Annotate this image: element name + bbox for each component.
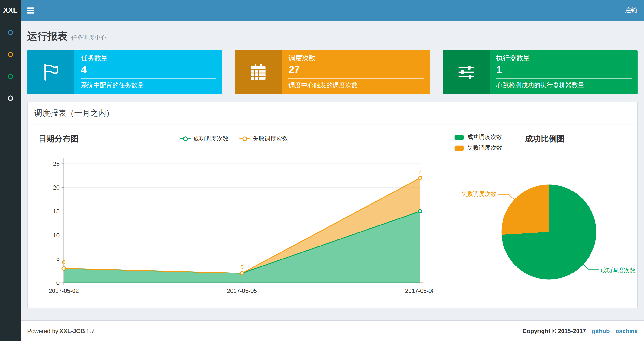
oschina-link[interactable]: oschina: [616, 327, 638, 334]
svg-text:25: 25: [53, 160, 60, 167]
hamburger-icon: [27, 8, 34, 13]
legend-item-success[interactable]: 成功调度次数: [454, 133, 502, 141]
divider: [81, 78, 216, 79]
panel-body: 日期分布图 成功调度次数 失败调度次数 0510152: [28, 125, 637, 308]
pie-chart-header: 成功调度次数 失败调度次数 成功比例图: [434, 131, 631, 152]
pie-leader-fail: [498, 194, 514, 200]
powered-by: Powered byXXL-JOB1.7: [27, 327, 94, 334]
svg-text:2017-05-05: 2017-05-05: [227, 287, 257, 294]
flag-icon: [27, 50, 74, 94]
menu-toggle-button[interactable]: [21, 0, 40, 21]
stat-description: 系统中配置的任务数量: [81, 81, 216, 89]
pie-series-marker-icon: [454, 135, 464, 140]
circle-outline-icon: [8, 96, 13, 101]
legend-label: 失败调度次数: [253, 135, 288, 143]
sidebar-item-1[interactable]: [0, 22, 21, 44]
scheduler-report-panel: 调度报表（一月之内） 日期分布图 成功调度次数 失败调: [27, 102, 638, 308]
sidebar-item-4[interactable]: [0, 87, 21, 109]
line-plot: 05101520252017-05-022017-05-052017-05-08…: [34, 149, 433, 297]
svg-text:0: 0: [62, 259, 66, 265]
flag-glyph: [41, 63, 60, 82]
line-chart-title: 日期分布图: [38, 133, 78, 144]
stat-box-triggers: 调度次数 27 调度中心触发的调度次数: [235, 50, 430, 94]
stat-label: 执行器数量: [496, 54, 632, 63]
svg-text:15: 15: [53, 208, 60, 215]
circle-outline-icon: [8, 30, 13, 35]
line-series-marker-icon: [180, 138, 191, 139]
legend-item-success[interactable]: 成功调度次数: [180, 135, 228, 143]
stat-body: 任务数量 4 系统中配置的任务数量: [74, 50, 222, 94]
stat-value: 4: [81, 64, 216, 76]
svg-text:20: 20: [53, 184, 60, 191]
stat-description: 调度中心触发的调度次数: [288, 81, 424, 89]
svg-text:7: 7: [418, 168, 422, 175]
svg-text:2017-05-08: 2017-05-08: [405, 287, 433, 294]
divider: [496, 78, 632, 79]
sidebar-item-3[interactable]: [0, 65, 21, 87]
legend-label: 成功调度次数: [193, 135, 228, 143]
sliders-glyph: [456, 63, 476, 82]
pie-graphic: [502, 184, 596, 279]
logout-link[interactable]: 注销: [618, 0, 644, 21]
content-area: 运行报表 任务调度中心 任务数量 4 系统中配置的任务数量: [21, 21, 644, 320]
svg-text:10: 10: [53, 232, 60, 238]
svg-text:5: 5: [56, 256, 60, 262]
legend-item-fail[interactable]: 失败调度次数: [454, 144, 502, 152]
stat-label: 任务数量: [81, 54, 216, 63]
sliders-icon: [442, 50, 490, 94]
navbar-spacer: [40, 0, 618, 21]
pie-series-marker-icon: [454, 145, 464, 151]
copyright-text: Copyright © 2015-2017: [522, 327, 586, 334]
main-footer: Powered byXXL-JOB1.7 Copyright © 2015-20…: [21, 320, 644, 341]
stat-box-jobs: 任务数量 4 系统中配置的任务数量: [27, 50, 222, 94]
stat-box-executors: 执行器数量 1 心跳检测成功的执行器机器数量: [442, 50, 638, 94]
copyright-area: Copyright © 2015-2017 github oschina: [522, 327, 638, 334]
stat-body: 调度次数 27 调度中心触发的调度次数: [282, 50, 430, 94]
calendar-glyph: [249, 63, 268, 82]
circle-outline-icon: [8, 52, 13, 57]
stat-value: 1: [496, 64, 632, 76]
line-chart-header: 日期分布图 成功调度次数 失败调度次数: [34, 131, 434, 147]
divider: [288, 78, 424, 79]
stat-body: 执行器数量 1 心跳检测成功的执行器机器数量: [490, 50, 638, 94]
svg-text:0: 0: [56, 279, 60, 286]
product-version: 1.7: [86, 327, 94, 334]
line-chart-legend: 成功调度次数 失败调度次数: [180, 135, 288, 143]
top-navbar: XXL 注销: [0, 0, 644, 21]
github-link[interactable]: github: [592, 327, 610, 334]
page-subtitle: 任务调度中心: [71, 34, 106, 42]
sidebar: [0, 21, 21, 341]
success-ratio-chart: 成功调度次数 失败调度次数 成功比例图: [434, 131, 631, 298]
page-title: 运行报表 任务调度中心: [27, 30, 638, 43]
pie-chart-legend: 成功调度次数 失败调度次数: [454, 133, 502, 152]
calendar-icon: [235, 50, 282, 94]
legend-label: 失败调度次数: [467, 144, 502, 152]
pie-chart-title: 成功比例图: [525, 133, 565, 144]
circle-outline-icon: [8, 74, 13, 79]
stat-value: 27: [288, 64, 424, 76]
sidebar-item-2[interactable]: [0, 44, 21, 65]
line-series-marker-icon: [239, 138, 250, 139]
brand-logo[interactable]: XXL: [0, 0, 21, 21]
page-header: 运行报表 任务调度中心: [27, 21, 638, 43]
legend-label: 成功调度次数: [467, 133, 502, 141]
pie-label-success: 成功调度次数: [600, 267, 636, 274]
pie-label-fail: 失败调度次数: [454, 191, 496, 198]
svg-text:2017-05-02: 2017-05-02: [49, 287, 79, 294]
pie-leader-success: [583, 264, 599, 270]
stat-row: 任务数量 4 系统中配置的任务数量: [27, 50, 638, 94]
app-window: XXL 注销 运行报表 任务调度中心: [0, 0, 644, 341]
panel-title: 调度报表（一月之内）: [28, 102, 637, 125]
stat-description: 心跳检测成功的执行器机器数量: [496, 81, 632, 89]
legend-item-fail[interactable]: 失败调度次数: [239, 135, 288, 143]
svg-text:0: 0: [240, 264, 244, 270]
stat-label: 调度次数: [288, 54, 424, 63]
date-distribution-chart: 日期分布图 成功调度次数 失败调度次数 0510152: [34, 131, 434, 298]
product-name: XXL-JOB: [60, 327, 85, 334]
